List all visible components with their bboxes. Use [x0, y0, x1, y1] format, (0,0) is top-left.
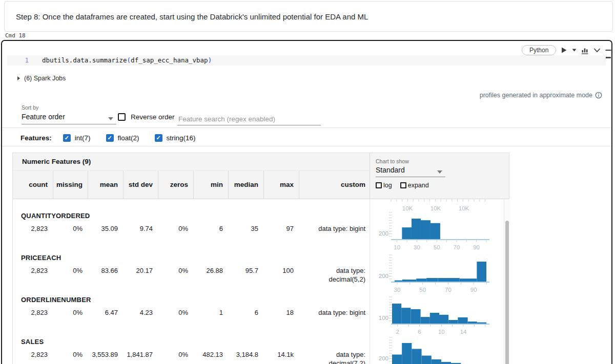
language-button[interactable]: Python	[522, 45, 556, 55]
log-option[interactable]: log	[376, 182, 392, 189]
col-count: count	[13, 171, 53, 199]
zeros-value: 0%	[158, 308, 193, 317]
log-checkbox[interactable]	[376, 182, 382, 188]
data-type-value: data type: decimal(5,2)	[299, 266, 370, 284]
float-filter[interactable]: float(2)	[106, 134, 139, 142]
median-value: 3,184.8	[228, 350, 263, 364]
svg-text:10K: 10K	[402, 205, 413, 211]
feature-values: 2,823 0% 35.09 9.74 0% 6 35 97 data type…	[13, 224, 370, 233]
int-filter-checkbox[interactable]	[63, 134, 71, 142]
float-filter-checkbox[interactable]	[106, 134, 114, 142]
col-custom: custom	[299, 171, 370, 199]
divider	[2, 146, 611, 146]
cell-toolbar: Python	[522, 45, 615, 55]
feature-name: ORDERLINENUMBER	[21, 296, 370, 304]
expand-label: expand	[408, 182, 429, 189]
notebook-view: Step 8: Once the dataframes are created,…	[0, 0, 615, 364]
col-median: median	[228, 171, 263, 199]
col-mean: mean	[88, 171, 123, 199]
reverse-order-checkbox[interactable]	[118, 113, 126, 121]
divider	[2, 127, 611, 128]
feature-name: SALES	[21, 338, 370, 346]
dashboard-chart-icon[interactable]	[581, 47, 589, 54]
histogram-sales: 200	[370, 325, 504, 364]
col-max: max	[263, 171, 299, 199]
median-value: 35	[228, 224, 263, 233]
code-paren-open: (	[127, 56, 131, 64]
feature-values: 2,823 0% 83.66 20.17 0% 26.88 95.7 100 d…	[13, 266, 370, 284]
count-value: 2,823	[13, 224, 53, 233]
int-filter[interactable]: int(7)	[63, 134, 91, 142]
mean-value: 35.09	[88, 224, 123, 233]
chart-type-value: Standard	[376, 166, 405, 174]
string-filter[interactable]: string(16)	[155, 134, 196, 142]
run-dropdown-caret-icon[interactable]	[572, 49, 577, 52]
log-label: log	[383, 182, 392, 189]
mean-value: 3,553.89	[88, 350, 123, 364]
column-headers: count missing mean std dev zeros min med…	[13, 171, 370, 199]
count-value: 2,823	[13, 350, 53, 364]
expand-checkbox[interactable]	[400, 182, 406, 188]
chart-to-show-label: Chart to show	[376, 158, 409, 164]
run-cell-button[interactable]	[561, 47, 567, 54]
minimize-icon[interactable]	[605, 49, 611, 51]
col-std-dev: std dev	[123, 171, 158, 199]
reverse-order-label: Reverse order	[131, 113, 175, 121]
expand-option[interactable]: expand	[400, 182, 429, 189]
min-value: 26.88	[193, 266, 228, 284]
markdown-cell[interactable]: Step 8: Once the dataframes are created,…	[4, 1, 613, 32]
min-value: 482.13	[193, 350, 228, 364]
col-min: min	[193, 171, 228, 199]
string-filter-label: string(16)	[167, 134, 196, 142]
zeros-value: 0%	[158, 266, 193, 284]
markdown-text: Step 8: Once the dataframes are created,…	[16, 12, 368, 21]
spark-jobs-expander[interactable]: (6) Spark Jobs	[17, 75, 66, 82]
chart-type-select[interactable]: Standard	[376, 166, 445, 177]
table-header: Numeric Features (9) count missing mean …	[13, 153, 509, 199]
zeros-value: 0%	[158, 224, 193, 233]
code-paren-close: )	[208, 56, 212, 64]
svg-text:200: 200	[379, 273, 388, 279]
feature-values: 2,823 0% 6.47 4.23 0% 1 6 18 data type: …	[13, 308, 370, 317]
table-title: Numeric Features (9)	[22, 153, 91, 170]
sort-by-label: Sort by	[22, 104, 38, 111]
code-cell: Python	[1, 40, 612, 364]
code-text: dbutils.data.summarize(df_sap_ecc_hana_v…	[42, 55, 212, 66]
svg-text:200: 200	[379, 355, 388, 361]
svg-text:10K: 10K	[459, 205, 469, 211]
feature-name: PRICEEACH	[21, 254, 370, 262]
mean-value: 83.66	[88, 266, 123, 284]
feature-values: 2,823 0% 3,553.89 1,841.87 0% 482.13 3,1…	[13, 350, 370, 364]
std-dev-value: 1,841.87	[123, 350, 158, 364]
cmd-label: Cmd 18	[5, 32, 26, 39]
table-body: QUANTITYORDERED 2,823 0% 35.09 9.74 0% 6…	[13, 199, 509, 364]
data-type-value: data type: bigint	[299, 308, 370, 317]
scrollbar-track[interactable]	[504, 199, 510, 364]
code-editor-line[interactable]: 1 dbutils.data.summarize(df_sap_ecc_hana…	[7, 55, 606, 66]
chart-options: log expand	[376, 182, 437, 189]
data-type-value: data type: decimal(7,2)	[299, 350, 370, 364]
feature-search-input[interactable]	[177, 113, 321, 125]
profile-note-text: profiles generated in approximate mode	[480, 92, 592, 99]
max-value: 97	[263, 224, 299, 233]
int-filter-label: int(7)	[75, 134, 91, 142]
svg-text:10K: 10K	[430, 205, 441, 211]
missing-value: 0%	[53, 266, 88, 284]
count-value: 2,823	[13, 266, 53, 284]
std-dev-value: 9.74	[123, 224, 158, 233]
max-value: 14.1k	[263, 350, 299, 364]
count-value: 2,823	[13, 308, 53, 317]
svg-text:100: 100	[379, 315, 388, 321]
reverse-order-control[interactable]: Reverse order	[118, 113, 175, 121]
feature-row-sales: SALES 2,823 0% 3,553.89 1,841.87 0% 482.…	[13, 338, 370, 364]
info-icon[interactable]	[595, 92, 602, 99]
line-number: 1	[20, 55, 29, 66]
float-filter-label: float(2)	[118, 134, 139, 142]
sort-by-select[interactable]: Feature order	[22, 113, 116, 124]
features-label: Features:	[20, 134, 52, 142]
scrollbar-thumb[interactable]	[505, 221, 509, 364]
string-filter-checkbox[interactable]	[155, 134, 162, 142]
collapse-chevron-icon[interactable]	[593, 48, 601, 53]
min-value: 1	[193, 308, 228, 317]
code-fn: dbutils.data.summarize	[42, 56, 127, 64]
